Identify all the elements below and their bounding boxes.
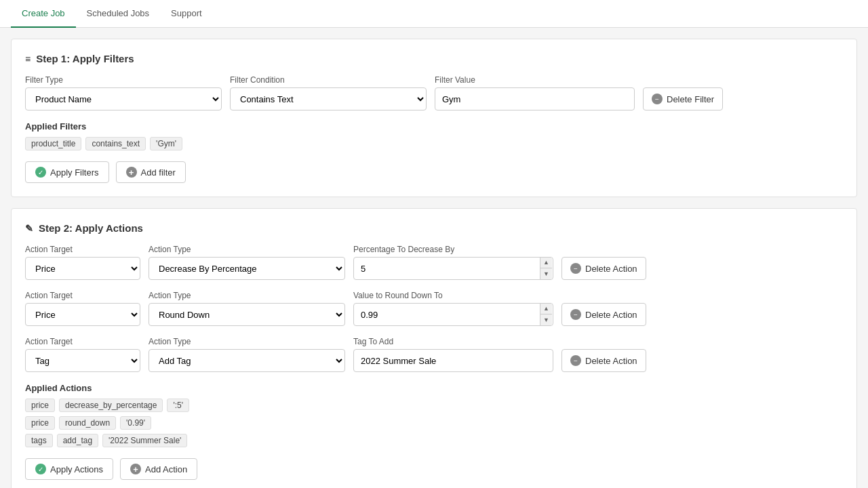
action-value-wrapper-2: ▲ ▼ [353, 303, 553, 326]
action-type-select-3[interactable]: Decrease By Percentage Increase By Perce… [149, 349, 345, 372]
action-value-label-1: Percentage To Decrease By [353, 245, 553, 254]
applied-actions-row-3: tags add_tag '2022 Summer Sale' [25, 434, 843, 447]
check-icon-actions: ✓ [35, 464, 46, 474]
action-value-label-3: Tag To Add [353, 337, 553, 346]
spinner-up-1[interactable]: ▲ [540, 258, 552, 268]
action-row-3: Action Target Price Tag Compare Price Ac… [25, 337, 843, 372]
action-target-group-2: Action Target Price Tag Compare Price [25, 291, 140, 326]
step2-title: ✎ Step 2: Apply Actions [25, 222, 843, 234]
tag-round-down: round_down [59, 416, 116, 430]
tag-product-title: product_title [25, 137, 81, 150]
plus-icon-action: + [130, 464, 141, 474]
applied-actions-section: Applied Actions price decrease_by_percen… [25, 383, 843, 447]
applied-actions-label: Applied Actions [25, 383, 843, 393]
tag-add-tag: add_tag [57, 434, 98, 447]
tab-create-job[interactable]: Create Job [11, 0, 76, 28]
check-icon: ✓ [35, 167, 46, 178]
action-type-label-3: Action Type [149, 337, 345, 346]
filter-icon: ≡ [25, 54, 31, 64]
filter-actions-row: ✓ Apply Filters + Add filter [25, 161, 843, 183]
filter-condition-group: Filter Condition Contains Text Does Not … [230, 75, 427, 110]
applied-actions-row-1: price decrease_by_percentage ':5' [25, 399, 843, 412]
delete-action-button-1[interactable]: − Delete Action [561, 257, 646, 280]
delete-filter-icon: − [652, 94, 663, 104]
filter-type-select[interactable]: Product Name Price Tag Vendor [25, 87, 222, 110]
action-value-input-2[interactable] [353, 303, 553, 326]
action-value-group-1: Percentage To Decrease By ▲ ▼ [353, 245, 553, 280]
action-type-group-2: Action Type Decrease By Percentage Incre… [149, 291, 345, 326]
tag-decrease-pct: decrease_by_percentage [59, 399, 163, 412]
action-target-label-3: Action Target [25, 337, 140, 346]
spinner-down-1[interactable]: ▼ [540, 268, 552, 279]
step1-card: ≡ Step 1: Apply Filters Filter Type Prod… [11, 39, 857, 197]
main-content: ≡ Step 1: Apply Filters Filter Type Prod… [0, 28, 868, 488]
add-action-button[interactable]: + Add Action [120, 458, 197, 480]
action-type-group-3: Action Type Decrease By Percentage Incre… [149, 337, 345, 372]
filter-type-label: Filter Type [25, 75, 222, 85]
tag-value-5: ':5' [167, 399, 189, 412]
action-row-1: Action Target Price Tag Compare Price Ac… [25, 245, 843, 280]
action-target-group-1: Action Target Price Tag Compare Price [25, 245, 140, 280]
delete-action-button-2[interactable]: − Delete Action [561, 303, 646, 326]
tag-summer-sale: '2022 Summer Sale' [102, 434, 187, 447]
spinners-2: ▲ ▼ [540, 304, 552, 325]
tab-bar: Create Job Scheduled Jobs Support [0, 0, 868, 28]
tag-price-1: price [25, 399, 55, 412]
delete-action-icon-3: − [570, 355, 581, 366]
applied-actions-row-2: price round_down '0.99' [25, 416, 843, 430]
action-type-group-1: Action Type Decrease By Percentage Incre… [149, 245, 345, 280]
tag-value-099: '0.99' [120, 416, 151, 430]
tag-contains-text: contains_text [85, 137, 146, 150]
action-value-input-3[interactable] [353, 349, 553, 372]
applied-filters-tags: product_title contains_text 'Gym' [25, 137, 843, 150]
action-type-select-1[interactable]: Decrease By Percentage Increase By Perce… [149, 257, 345, 280]
delete-filter-button[interactable]: − Delete Filter [643, 87, 723, 110]
action-actions-row: ✓ Apply Actions + Add Action [25, 458, 843, 480]
applied-filters-section: Applied Filters product_title contains_t… [25, 121, 843, 150]
filter-value-group: Filter Value [435, 75, 635, 110]
filter-type-group: Filter Type Product Name Price Tag Vendo… [25, 75, 222, 110]
tag-tags: tags [25, 434, 53, 447]
step1-title: ≡ Step 1: Apply Filters [25, 53, 843, 64]
action-value-input-1[interactable] [353, 257, 553, 280]
apply-actions-button[interactable]: ✓ Apply Actions [25, 458, 113, 480]
spinner-down-2[interactable]: ▼ [540, 314, 552, 325]
action-target-label-1: Action Target [25, 245, 140, 254]
action-value-wrapper-1: ▲ ▼ [353, 257, 553, 280]
action-type-select-2[interactable]: Decrease By Percentage Increase By Perce… [149, 303, 345, 326]
apply-filters-button[interactable]: ✓ Apply Filters [25, 161, 109, 183]
action-target-group-3: Action Target Price Tag Compare Price [25, 337, 140, 372]
tab-scheduled-jobs[interactable]: Scheduled Jobs [76, 0, 161, 28]
action-target-select-1[interactable]: Price Tag Compare Price [25, 257, 140, 280]
plus-icon: + [126, 167, 137, 178]
action-target-select-2[interactable]: Price Tag Compare Price [25, 303, 140, 326]
tab-support[interactable]: Support [160, 0, 213, 28]
pencil-icon: ✎ [25, 223, 33, 234]
action-type-label-2: Action Type [149, 291, 345, 300]
filter-value-label: Filter Value [435, 75, 635, 85]
filter-condition-label: Filter Condition [230, 75, 427, 85]
delete-action-icon-1: − [570, 263, 581, 274]
delete-action-button-3[interactable]: − Delete Action [561, 349, 646, 372]
filter-row: Filter Type Product Name Price Tag Vendo… [25, 75, 843, 110]
tag-price-2: price [25, 416, 55, 430]
action-row-2: Action Target Price Tag Compare Price Ac… [25, 291, 843, 326]
filter-condition-select[interactable]: Contains Text Does Not Contain Equals No… [230, 87, 427, 110]
action-target-label-2: Action Target [25, 291, 140, 300]
spinners-1: ▲ ▼ [540, 258, 552, 279]
action-value-label-2: Value to Round Down To [353, 291, 553, 300]
filter-value-input[interactable] [435, 87, 635, 110]
action-value-group-2: Value to Round Down To ▲ ▼ [353, 291, 553, 326]
spinner-up-2[interactable]: ▲ [540, 304, 552, 314]
delete-action-icon-2: − [570, 309, 581, 320]
action-type-label-1: Action Type [149, 245, 345, 254]
add-filter-button[interactable]: + Add filter [116, 161, 186, 183]
action-value-group-3: Tag To Add [353, 337, 553, 372]
tag-gym-value: 'Gym' [150, 137, 182, 150]
applied-filters-label: Applied Filters [25, 121, 843, 131]
action-target-select-3[interactable]: Price Tag Compare Price [25, 349, 140, 372]
step2-card: ✎ Step 2: Apply Actions Action Target Pr… [11, 208, 857, 488]
